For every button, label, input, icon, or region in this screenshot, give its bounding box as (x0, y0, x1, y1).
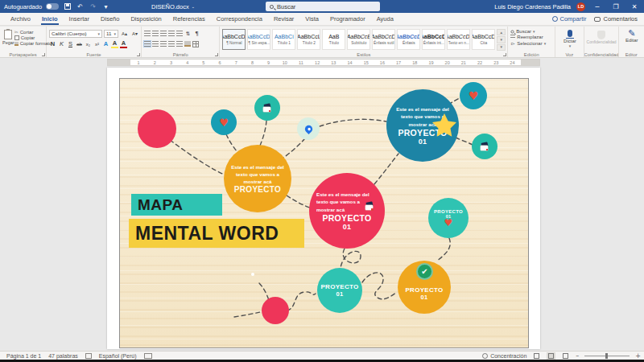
node-proyecto-teal[interactable]: PROYECTO 01 (317, 268, 362, 313)
increase-indent-icon[interactable] (176, 31, 183, 36)
clipboard-dialog-launcher[interactable] (42, 53, 45, 56)
zoom-in-button[interactable]: + (635, 352, 641, 360)
style-card[interactable]: AaBbCcDi Énfasis sutil (372, 29, 395, 50)
document-title[interactable]: DISEÑO.docx (151, 3, 189, 10)
style-card[interactable]: AaBbCcDi Cita (472, 29, 495, 50)
line-spacing-icon[interactable] (176, 41, 183, 47)
italic-button[interactable]: K (58, 40, 65, 47)
node-mail-2[interactable] (472, 134, 497, 159)
node-mail-1[interactable] (254, 95, 280, 121)
title-banner-mapa[interactable]: MAPA (131, 194, 222, 216)
shrink-font-button[interactable]: A▾ (130, 31, 139, 36)
align-center-icon[interactable] (152, 41, 159, 47)
ribbon-tab[interactable]: Revisar (268, 14, 299, 25)
maximize-button[interactable]: ❐ (609, 1, 622, 12)
title-caret-icon[interactable]: ⌄ (192, 4, 195, 9)
ribbon-tab[interactable]: Disposición (125, 14, 167, 25)
paste-button[interactable]: Pegar (2, 28, 14, 46)
node-pink-dot-2[interactable] (262, 297, 289, 324)
style-card[interactable]: AaBbCcDi Énfasis (397, 29, 420, 50)
ribbon-tab[interactable]: Inicio (36, 14, 64, 25)
font-color-button[interactable]: A (120, 39, 127, 48)
avatar[interactable]: LD (576, 2, 585, 11)
ribbon-tab[interactable]: Archivo (5, 14, 36, 25)
style-card[interactable]: AaBbCcDc ¶ Normal (222, 29, 246, 50)
quick-access-menu-icon[interactable]: ▾ (101, 2, 110, 10)
numbering-icon[interactable] (152, 31, 159, 36)
find-button[interactable]: Buscar ▾ (510, 29, 553, 34)
ribbon-tab[interactable]: Insertar (64, 14, 95, 25)
ribbon-tab[interactable]: Diseño (95, 14, 125, 25)
pilcrow-icon[interactable]: ¶ (193, 31, 200, 37)
ribbon-tab[interactable]: Programador (324, 14, 371, 25)
macro-record-icon[interactable] (144, 353, 152, 359)
search-box[interactable]: Buscar (266, 2, 380, 11)
strikethrough-button[interactable]: ab (76, 42, 83, 47)
decrease-indent-icon[interactable] (168, 31, 175, 36)
read-mode-button[interactable] (532, 352, 541, 360)
shading-icon[interactable] (184, 41, 191, 47)
styles-dialog-launcher[interactable] (503, 53, 506, 56)
styles-more-icon[interactable]: ▼ (497, 44, 506, 51)
comments-button[interactable]: Comentarios (594, 15, 638, 23)
document-canvas[interactable]: ♥ Este es el mensaje del texto que vamos… (0, 67, 644, 351)
select-button[interactable]: ▻Seleccionar ▾ (510, 40, 553, 46)
grow-font-button[interactable]: A▴ (120, 31, 129, 36)
style-card[interactable]: AaBbCcDi Énfasis int... (422, 29, 445, 50)
bullets-icon[interactable] (144, 31, 151, 36)
borders-icon[interactable] (192, 41, 199, 47)
user-name[interactable]: Luis Diego Cardenas Padilla (494, 3, 571, 10)
paragraph-dialog-launcher[interactable] (215, 53, 218, 56)
dictate-button[interactable]: Dictar ▾ (558, 28, 581, 48)
zoom-slider[interactable] (584, 356, 630, 356)
word-count[interactable]: 47 palabras (48, 353, 78, 359)
multilevel-list-icon[interactable] (160, 31, 167, 36)
editor-button[interactable]: ✎ Editar (621, 28, 642, 43)
zoom-out-button[interactable]: – (576, 352, 579, 360)
sort-icon[interactable]: ⇅ (184, 31, 192, 37)
node-proyecto-small-teal[interactable]: PROYECTO 01 ♥ (428, 198, 469, 238)
minimize-button[interactable]: ─ (591, 1, 604, 12)
bold-button[interactable]: N (49, 40, 56, 47)
style-card[interactable]: AaBbCcL Título 2 (297, 29, 320, 50)
node-bubble-yellow[interactable]: Este es el mensaje del texto que vamos a… (224, 145, 291, 212)
highlight-button[interactable]: A (111, 39, 118, 48)
style-card[interactable]: AaBbCcDc Texto en n... (447, 29, 470, 50)
save-icon[interactable] (63, 2, 72, 10)
focus-mode-button[interactable]: Concentración (482, 353, 526, 359)
node-pink-dot-1[interactable] (138, 109, 176, 148)
ribbon-tab[interactable]: Ayuda (371, 14, 399, 25)
styles-scroll-down-icon[interactable]: ▼ (497, 36, 506, 43)
page-indicator[interactable]: Página 1 de 1 (6, 353, 41, 359)
justify-icon[interactable] (168, 41, 175, 47)
sensitivity-button[interactable]: Confidencialidad (587, 28, 617, 44)
align-left-icon[interactable] (144, 41, 151, 47)
autosave-toggle[interactable] (46, 3, 59, 10)
style-card[interactable]: AaBbCi Título 1 (272, 29, 295, 50)
underline-button[interactable]: S (67, 40, 74, 47)
text-effects-button[interactable]: A (102, 40, 109, 47)
style-card[interactable]: AaBbCcDc ¶ Sin espa... (247, 29, 270, 50)
close-button[interactable]: ✕ (628, 1, 641, 12)
node-bubble-pink[interactable]: Este es el mensaje del texto que vamos a… (309, 173, 385, 249)
font-dialog-launcher[interactable] (137, 53, 140, 56)
zoom-slider-thumb[interactable] (605, 353, 608, 359)
node-heart-1[interactable]: ♥ (211, 109, 237, 135)
undo-icon[interactable]: ↶ (76, 2, 85, 10)
style-card[interactable]: AaB Título (322, 29, 345, 50)
print-layout-button[interactable] (547, 352, 555, 360)
web-layout-button[interactable] (561, 352, 570, 360)
ribbon-tab[interactable]: Correspondencia (211, 14, 268, 25)
node-proyecto-yellow[interactable]: ✔ PROYECTO 01 (398, 261, 451, 314)
title-banner-mental-word[interactable]: MENTAL WORD (129, 219, 304, 248)
style-card[interactable]: AaBbCcE Subtítulo (347, 29, 370, 50)
replace-button[interactable]: Reemplazar (510, 35, 553, 39)
ribbon-tab[interactable]: Vista (299, 14, 324, 25)
subscript-button[interactable]: x₂ (85, 42, 92, 47)
font-size-combo[interactable]: 11▾ (104, 30, 118, 38)
proofing-book-icon[interactable] (85, 353, 92, 359)
share-button[interactable]: Compartir (552, 15, 587, 23)
superscript-button[interactable]: x² (93, 42, 101, 47)
ribbon-tab[interactable]: Referencias (167, 14, 211, 25)
font-family-combo[interactable]: Calibri (Cuerpo)▾ (49, 30, 102, 38)
